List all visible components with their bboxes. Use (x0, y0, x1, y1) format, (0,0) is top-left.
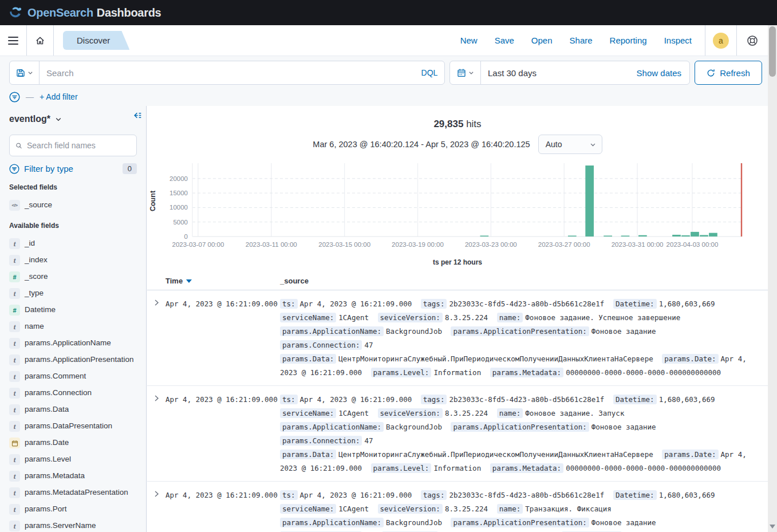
nav-link-new[interactable]: New (460, 36, 478, 45)
query-language-button[interactable]: DQL (415, 61, 444, 84)
home-icon (35, 36, 45, 46)
calendar-button[interactable] (450, 61, 481, 84)
help-icon[interactable] (747, 35, 758, 46)
field-item[interactable]: tparams.ServerName (9, 518, 137, 532)
field-item[interactable]: t_type (9, 285, 137, 302)
field-item[interactable]: tparams.Data (9, 401, 137, 418)
field-item[interactable]: t_id (9, 235, 137, 252)
field-value: 00000000-0000-0000-0000-000000000000 (566, 368, 721, 377)
field-item[interactable]: tparams.MetadataPresentation (9, 484, 137, 501)
string-field-icon: t (9, 238, 20, 249)
field-name: params.Date (25, 438, 69, 447)
field-item[interactable]: tparams.Comment (9, 368, 137, 385)
chart-x-axis-title: ts per 12 hours (147, 258, 768, 266)
field-value: Фоновое задание (591, 518, 656, 527)
field-value: BackgroundJob (386, 518, 442, 527)
field-item[interactable]: </>_source (9, 197, 137, 214)
string-field-icon: t (9, 321, 20, 332)
svg-text:2023-03-07 00:00: 2023-03-07 00:00 (172, 241, 224, 248)
hits-count: 29,835 (433, 119, 463, 129)
field-value: Apr 4, 2023 @ 16:21:09.000 (300, 491, 412, 499)
field-name: params.Port (25, 504, 67, 514)
field-value: BackgroundJob (386, 327, 442, 336)
time-column-header[interactable]: Time (165, 277, 280, 285)
filter-by-type[interactable]: Filter by type 0 (9, 163, 137, 174)
field-key-badge: ts: (280, 299, 298, 309)
date-field-icon (9, 438, 20, 448)
nav-link-open[interactable]: Open (531, 36, 553, 45)
string-field-icon: t (9, 421, 20, 432)
filter-icon[interactable] (9, 92, 20, 103)
refresh-button[interactable]: Refresh (695, 61, 762, 85)
field-item[interactable]: tparams.Metadata (9, 468, 137, 484)
nav-link-reporting[interactable]: Reporting (610, 36, 647, 45)
field-item[interactable]: tparams.Connection (9, 385, 137, 401)
field-value: Транзакция. Фиксация (525, 505, 612, 513)
time-range-value[interactable]: Last 30 days (481, 61, 629, 84)
field-value: ЦентрМониторингаСлужебный.ПриПериодическ… (338, 354, 653, 363)
field-item[interactable]: tname (9, 318, 137, 335)
field-search-input[interactable] (27, 141, 131, 150)
add-filter-link[interactable]: + Add filter (40, 92, 78, 101)
field-item[interactable]: tparams.DataPresentation (9, 418, 137, 435)
field-value: 2b23033c-8fd5-4d23-a80b-d5b661c28e1f (449, 395, 604, 404)
field-name: _id (25, 238, 35, 248)
expand-document-button[interactable] (147, 393, 165, 475)
field-key-badge: params.ApplicationPresentation: (451, 518, 589, 527)
field-item[interactable]: tparams.ApplicationPresentation (9, 352, 137, 368)
field-value: 1,680,603,669 (659, 300, 715, 308)
field-item[interactable]: tparams.ApplicationName (9, 335, 137, 352)
scrollbar-thumb[interactable] (769, 26, 776, 77)
field-value: Apr 4, 2023 @ 16:21:09.000 (300, 395, 412, 404)
chart-time-range: Mar 6, 2023 @ 16:40:20.124 - Apr 5, 2023… (313, 140, 530, 149)
index-pattern-name: eventlog* (9, 114, 50, 124)
hits-label: hits (466, 119, 481, 129)
saved-queries-button[interactable] (10, 61, 40, 84)
field-key-badge: tags: (421, 490, 447, 500)
nav-link-save[interactable]: Save (495, 36, 514, 45)
field-item[interactable]: tparams.Port (9, 501, 137, 518)
field-item[interactable]: t_index (9, 252, 137, 269)
nav-link-share[interactable]: Share (570, 36, 593, 45)
field-key-badge: params.ApplicationName: (280, 326, 384, 336)
interval-value: Auto (546, 140, 562, 149)
tab-discover[interactable]: Discover (63, 31, 129, 50)
table-row: Apr 4, 2023 @ 16:21:09.000ts:Apr 4, 2023… (147, 482, 768, 532)
collapse-left-icon (133, 111, 143, 120)
field-name: params.Level (25, 454, 71, 464)
histogram-chart[interactable]: 2023-03-07 00:002023-03-11 00:002023-03-… (147, 162, 768, 266)
document-source: ts:Apr 4, 2023 @ 16:21:09.000 tags:2b230… (280, 393, 768, 475)
svg-text:10000: 10000 (169, 204, 188, 211)
menu-button[interactable] (0, 25, 26, 56)
string-field-icon: t (9, 487, 20, 498)
svg-text:0: 0 (184, 233, 188, 240)
field-key-badge: seviceVersion: (378, 408, 443, 418)
avatar[interactable]: a (713, 33, 729, 49)
expand-document-button[interactable] (147, 297, 165, 380)
home-button[interactable] (27, 25, 53, 56)
field-value: Фоновое задание (591, 423, 656, 431)
nav-menu: NewSaveOpenShareReportingInspect (452, 36, 700, 45)
field-item[interactable]: #Datetime (9, 302, 137, 318)
field-item[interactable]: tparams.Level (9, 451, 137, 468)
index-pattern-selector[interactable]: eventlog* (9, 114, 137, 124)
string-field-icon: t (9, 388, 20, 399)
nav-link-inspect[interactable]: Inspect (664, 36, 692, 45)
field-item[interactable]: params.Date (9, 435, 137, 451)
page-scrollbar[interactable] (768, 25, 777, 532)
search-input[interactable] (40, 61, 415, 84)
field-value: 00000000-0000-0000-0000-000000000000 (566, 464, 721, 472)
scrollbar-down-arrow[interactable] (770, 525, 775, 529)
field-value: Фоновое задание (591, 327, 656, 336)
field-key-badge: params.Level: (371, 368, 432, 377)
show-dates-link[interactable]: Show dates (629, 61, 689, 84)
field-name: _score (25, 271, 48, 281)
collapse-sidebar-button[interactable] (133, 111, 143, 123)
field-key-badge: params.Connection: (280, 436, 362, 446)
interval-select[interactable]: Auto (538, 135, 602, 154)
expand-document-button[interactable] (147, 488, 165, 532)
field-name: params.DataPresentation (25, 421, 112, 431)
field-name: params.ServerName (25, 521, 96, 530)
field-item[interactable]: #_score (9, 269, 137, 285)
table-row: Apr 4, 2023 @ 16:21:09.000ts:Apr 4, 2023… (147, 386, 768, 482)
